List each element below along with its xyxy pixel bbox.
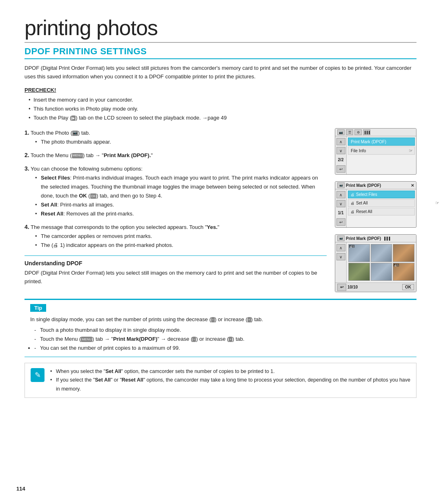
up-arrow-3[interactable]: ∧ (336, 244, 345, 251)
down-arrow[interactable]: ∨ (336, 147, 345, 154)
precheck-item: Insert the memory card in your camcorder… (29, 95, 416, 104)
step-3-number: 3. (24, 165, 29, 172)
up-arrow[interactable]: ∧ (336, 138, 345, 145)
thumb-2[interactable] (371, 244, 392, 262)
screenshot-2-header: 📷 Print Mark (DPOF) ✕ (335, 182, 416, 189)
intro-text: DPOF (Digital Print Order Format) lets y… (24, 64, 416, 81)
screenshot-1: 📷 ☰ ⚙ ▐▐▐ ∧ ∨ 2/2 ↩ Print Mark (DPOF) (335, 128, 416, 175)
photo-tab-icon: 📷 (337, 129, 345, 135)
page-number: 114 (16, 486, 25, 492)
understanding-title: Understanding DPOF (24, 260, 327, 266)
ui-screenshots-column: 📷 ☰ ⚙ ▐▐▐ ∧ ∨ 2/2 ↩ Print Mark (DPOF) (335, 128, 416, 292)
step-2: 2. Touch the Menu (MENU) tab → "Print Ma… (24, 151, 327, 160)
note-item-1: When you select the "Set All" option, th… (50, 367, 410, 376)
note-item-2: If you select the "Set All" or "Reset Al… (50, 376, 410, 393)
thumb-1[interactable]: 🖨1 (348, 244, 370, 262)
print-mark-6: 🖨1 (394, 264, 399, 266)
page-counter-2: 1/1 (338, 211, 344, 215)
step-2-number: 2. (24, 152, 29, 158)
screenshot-3-sidebar: ∧ ∨ (335, 242, 347, 282)
back-button-2[interactable]: ↩ (336, 218, 345, 226)
submenu-title: Print Mark (DPOF) (346, 183, 381, 188)
page-counter: 2/2 (338, 158, 344, 162)
down-arrow-3[interactable]: ∨ (336, 253, 345, 260)
thumb-4[interactable] (348, 263, 370, 281)
back-button-3[interactable]: ↩ (337, 284, 346, 291)
set-all-label: Set All (356, 201, 368, 205)
precheck-list: Insert the memory card in your camcorder… (24, 95, 416, 122)
print-mark-menu-item[interactable]: Print Mark (DPOF) (348, 138, 415, 146)
reset-all-icon: 🖨 (351, 210, 354, 214)
reset-all-menu-item[interactable]: 🖨 Reset All (348, 208, 415, 215)
print-mark-1: 🖨1 (349, 245, 354, 248)
note-icon: ✎ (31, 368, 45, 382)
step-4-number: 4. (24, 224, 29, 230)
tip-item-2: Touch the Menu (MENU) tab → "Print Mark(… (34, 335, 411, 344)
ok-button[interactable]: OK (402, 284, 414, 290)
tip-dashes-list: Touch a photo thumbnail to display it in… (30, 326, 411, 353)
set-all-menu-item[interactable]: 🖨 Set All ☞ (348, 199, 415, 207)
step-3-set-all: Set All: Print-marks all images. (33, 200, 327, 209)
step-3-reset-all: Reset All: Removes all the print-marks. (33, 209, 327, 218)
up-arrow-2[interactable]: ∧ (336, 191, 345, 198)
finger-icon: ☞ (409, 148, 413, 153)
settings-icon: ⚙ (354, 129, 362, 135)
precheck-label: PRECHECK! (24, 87, 416, 93)
main-steps-column: 1. Touch the Photo (📷) tab. The photo th… (24, 128, 327, 292)
step-1-number: 1. (24, 129, 29, 136)
step-3-sub: Select Files: Print-marks individual ima… (24, 173, 327, 218)
tip-label: Tip (30, 304, 46, 312)
screenshot-2-menu: 🖨 Select Files 🖨 Set All ☞ 🖨 Reset All (347, 189, 416, 227)
thumbnail-title: Print Mark (DPOF) (346, 236, 381, 241)
note-text: When you select the "Set All" option, th… (50, 367, 410, 393)
close-icon[interactable]: ✕ (411, 183, 414, 188)
screenshot-1-header: 📷 ☰ ⚙ ▐▐▐ (335, 129, 416, 136)
understanding-section: Understanding DPOF DPOF (Digital Print O… (24, 255, 327, 286)
photo-counter: 10/10 (347, 285, 358, 289)
step-4-sub-1: The camcorder applies or removes print m… (33, 232, 327, 241)
screenshot-3: 📷 Print Mark (DPOF) ▐▐▐ ∧ ∨ 🖨1 (335, 234, 416, 292)
select-files-label: Select Files (356, 192, 377, 197)
screenshot-3-footer: ↩ 10/10 OK (335, 282, 416, 292)
screenshot-3-title-area: 📷 Print Mark (DPOF) ▐▐▐ (337, 235, 390, 241)
step-1: 1. Touch the Photo (📷) tab. The photo th… (24, 128, 327, 147)
step-3-select-files: Select Files: Print-marks individual ima… (33, 173, 327, 200)
back-button[interactable]: ↩ (336, 165, 345, 173)
print-mark-label: Print Mark (DPOF) (351, 139, 386, 144)
screenshot-2-body: ∧ ∨ 1/1 ↩ 🖨 Select Files 🖨 Set All ☞ (335, 189, 416, 227)
page-title: printing photos (24, 16, 416, 43)
tip-box: Tip In single display mode, you can set … (24, 299, 416, 357)
thumb-6[interactable]: 🖨1 (393, 263, 414, 281)
thumb-3[interactable] (393, 244, 414, 262)
photo-icon-small-3: 📷 (337, 235, 345, 241)
section-title: DPOF PRINTING SETTINGS (24, 46, 416, 59)
photo-icon-small: 📷 (337, 182, 345, 188)
tip-text: In single display mode, you can set the … (30, 315, 411, 324)
note-box: ✎ When you select the "Set All" option, … (24, 363, 416, 398)
file-info-label: File Info (351, 148, 366, 153)
tip-item-1: Touch a photo thumbnail to display it in… (34, 326, 411, 335)
thumb-5[interactable] (371, 263, 392, 281)
reset-all-label: Reset All (356, 209, 372, 214)
screenshot-1-icons: 📷 ☰ ⚙ ▐▐▐ (337, 129, 370, 135)
step-3: 3. You can choose the following submenu … (24, 164, 327, 218)
understanding-text: DPOF (Digital Print Order Format) lets y… (24, 269, 327, 286)
down-arrow-2[interactable]: ∨ (336, 200, 345, 207)
battery-indicator: ▐▐▐ (383, 237, 390, 240)
screenshot-3-header: 📷 Print Mark (DPOF) ▐▐▐ (335, 235, 416, 242)
menu-icon: ☰ (346, 129, 353, 135)
step-4: 4. The message that corresponds to the o… (24, 222, 327, 250)
step-4-sub: The camcorder applies or removes print m… (24, 232, 327, 250)
select-files-icon: 🖨 (351, 193, 354, 197)
screenshot-2-title-area: 📷 Print Mark (DPOF) (337, 182, 381, 188)
screenshot-1-menu: Print Mark (DPOF) File Info ☞ (347, 136, 416, 174)
step-4-sub-2: The (🖨 1) indicator appears on the print… (33, 241, 327, 250)
screenshot-1-sidebar: ∧ ∨ 2/2 ↩ (335, 136, 347, 174)
screenshot-2: 📷 Print Mark (DPOF) ✕ ∧ ∨ 1/1 ↩ 🖨 Select… (335, 181, 416, 228)
precheck-item: This function works in Photo play mode o… (29, 104, 416, 113)
tip-item-3: You can set the number of print copies t… (34, 344, 411, 353)
step-1-sub-item: The photo thumbnails appear. (33, 138, 327, 147)
set-all-icon: 🖨 (351, 201, 354, 205)
select-files-menu-item[interactable]: 🖨 Select Files (348, 191, 415, 198)
file-info-menu-item[interactable]: File Info ☞ (348, 147, 415, 155)
